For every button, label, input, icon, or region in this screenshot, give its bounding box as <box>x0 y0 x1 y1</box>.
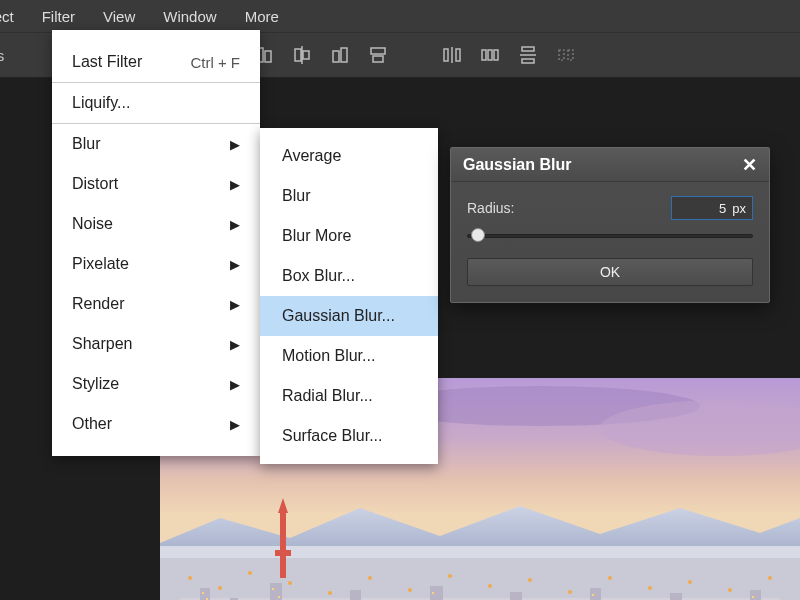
svg-point-37 <box>608 576 612 580</box>
menu-more[interactable]: More <box>231 0 293 32</box>
submenu-blur-more-label: Blur More <box>282 227 351 245</box>
menu-filter[interactable]: Filter <box>28 0 89 32</box>
submenu-surface-blur[interactable]: Surface Blur... <box>260 416 438 456</box>
svg-rect-18 <box>559 50 564 60</box>
distribute-h-icon[interactable] <box>442 45 462 65</box>
submenu-radial-blur-label: Radial Blur... <box>282 387 373 405</box>
menu-pixelate[interactable]: Pixelate ▶ <box>52 244 260 284</box>
radius-unit: px <box>732 201 746 216</box>
submenu-arrow-icon: ▶ <box>230 337 240 352</box>
submenu-blur-label: Blur <box>282 187 310 205</box>
close-icon[interactable]: ✕ <box>742 154 757 176</box>
svg-rect-12 <box>482 50 486 60</box>
menu-blur-label: Blur <box>72 135 100 153</box>
svg-point-40 <box>728 588 732 592</box>
align-icons <box>254 45 576 65</box>
menu-window[interactable]: Window <box>149 0 230 32</box>
submenu-gaussian-blur[interactable]: Gaussian Blur... <box>260 296 438 336</box>
svg-rect-60 <box>272 588 274 590</box>
svg-point-33 <box>448 574 452 578</box>
menu-blur[interactable]: Blur ▶ <box>52 124 260 164</box>
submenu-blur-more[interactable]: Blur More <box>260 216 438 256</box>
ok-button[interactable]: OK <box>467 258 753 286</box>
distribute-v-icon[interactable] <box>518 45 538 65</box>
menu-liquify-label: Liquify... <box>72 94 130 112</box>
menu-liquify[interactable]: Liquify... <box>52 83 260 123</box>
svg-point-27 <box>218 586 222 590</box>
svg-rect-3 <box>303 51 309 59</box>
svg-rect-68 <box>280 508 286 578</box>
menu-sharpen-label: Sharpen <box>72 335 133 353</box>
svg-rect-49 <box>430 586 443 600</box>
menu-last-filter-label: Last Filter <box>72 53 142 71</box>
svg-point-36 <box>568 590 572 594</box>
submenu-gaussian-blur-label: Gaussian Blur... <box>282 307 395 325</box>
menu-pixelate-label: Pixelate <box>72 255 129 273</box>
submenu-box-blur-label: Box Blur... <box>282 267 355 285</box>
svg-rect-10 <box>456 49 460 61</box>
filter-menu: Last Filter Ctrl + F Liquify... Blur ▶ D… <box>52 30 260 456</box>
menu-last-filter[interactable]: Last Filter Ctrl + F <box>52 42 260 82</box>
svg-rect-57 <box>750 590 761 600</box>
menu-view[interactable]: View <box>89 0 149 32</box>
submenu-blur[interactable]: Blur <box>260 176 438 216</box>
submenu-radial-blur[interactable]: Radial Blur... <box>260 376 438 416</box>
svg-rect-14 <box>494 50 498 60</box>
svg-rect-25 <box>160 558 800 600</box>
svg-rect-5 <box>333 51 339 62</box>
align-right-icon[interactable] <box>330 45 350 65</box>
svg-rect-47 <box>350 590 361 600</box>
dialog-titlebar[interactable]: Gaussian Blur ✕ <box>451 148 769 182</box>
svg-rect-8 <box>373 56 383 62</box>
svg-rect-62 <box>432 592 434 594</box>
menu-noise[interactable]: Noise ▶ <box>52 204 260 244</box>
menu-render[interactable]: Render ▶ <box>52 284 260 324</box>
align-center-h-icon[interactable] <box>292 45 312 65</box>
svg-rect-64 <box>592 594 594 596</box>
menu-distort[interactable]: Distort ▶ <box>52 164 260 204</box>
svg-rect-1 <box>265 51 271 62</box>
svg-rect-45 <box>270 583 282 600</box>
radius-input[interactable]: 5 px <box>671 196 753 220</box>
menu-select[interactable]: elect <box>0 0 28 32</box>
svg-rect-9 <box>444 49 448 61</box>
submenu-box-blur[interactable]: Box Blur... <box>260 256 438 296</box>
ok-button-label: OK <box>600 264 620 280</box>
distribute-center-icon[interactable] <box>480 45 500 65</box>
svg-rect-55 <box>670 593 682 600</box>
toolbar-label: trols <box>0 47 22 64</box>
submenu-arrow-icon: ▶ <box>230 417 240 432</box>
svg-rect-53 <box>590 588 601 600</box>
menu-stylize-label: Stylize <box>72 375 119 393</box>
menu-stylize[interactable]: Stylize ▶ <box>52 364 260 404</box>
radius-value: 5 <box>678 201 726 216</box>
svg-rect-15 <box>522 47 534 51</box>
svg-rect-43 <box>200 588 210 600</box>
menubar: elect Filter View Window More <box>0 0 800 32</box>
submenu-arrow-icon: ▶ <box>230 177 240 192</box>
menu-noise-label: Noise <box>72 215 113 233</box>
svg-point-30 <box>328 591 332 595</box>
svg-point-38 <box>648 586 652 590</box>
submenu-average[interactable]: Average <box>260 136 438 176</box>
submenu-motion-blur[interactable]: Motion Blur... <box>260 336 438 376</box>
menu-other[interactable]: Other ▶ <box>52 404 260 444</box>
svg-rect-58 <box>202 592 204 594</box>
svg-point-34 <box>488 584 492 588</box>
menu-other-label: Other <box>72 415 112 433</box>
align-top-icon[interactable] <box>368 45 388 65</box>
distribute-spacing-icon[interactable] <box>556 45 576 65</box>
submenu-arrow-icon: ▶ <box>230 257 240 272</box>
submenu-arrow-icon: ▶ <box>230 377 240 392</box>
radius-slider[interactable] <box>467 226 753 244</box>
menu-last-filter-shortcut: Ctrl + F <box>190 54 240 71</box>
svg-point-28 <box>248 571 252 575</box>
submenu-average-label: Average <box>282 147 341 165</box>
svg-point-29 <box>288 581 292 585</box>
menu-sharpen[interactable]: Sharpen ▶ <box>52 324 260 364</box>
submenu-surface-blur-label: Surface Blur... <box>282 427 383 445</box>
menu-render-label: Render <box>72 295 124 313</box>
slider-track <box>467 234 753 238</box>
svg-point-32 <box>408 588 412 592</box>
slider-thumb[interactable] <box>471 228 485 242</box>
